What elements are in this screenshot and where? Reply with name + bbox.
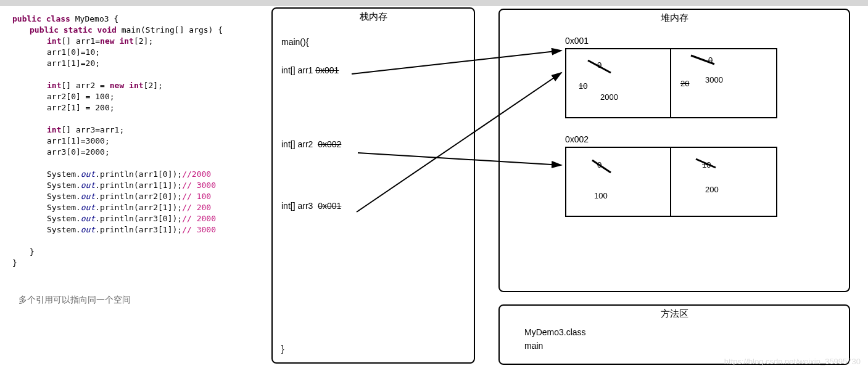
kw: int bbox=[47, 125, 61, 134]
t: } bbox=[12, 258, 223, 269]
method-area-panel: 方法区 MyDemo3.class main bbox=[498, 304, 850, 365]
heap-title: 堆内存 bbox=[500, 12, 849, 24]
kw: out bbox=[81, 192, 95, 201]
t: .println(arr3[1]); bbox=[95, 225, 182, 234]
cell-val: 2000 bbox=[600, 92, 618, 102]
kw: out bbox=[81, 214, 95, 223]
t: System. bbox=[47, 203, 81, 212]
t: [] arr3=arr1; bbox=[61, 125, 124, 134]
method-main: main bbox=[524, 339, 586, 353]
t: System. bbox=[47, 181, 81, 190]
t: [2]; bbox=[134, 36, 153, 46]
t: arr1[0]=10; bbox=[12, 47, 223, 58]
t: System. bbox=[47, 225, 81, 234]
stack-var-arr1: int[] arr1 bbox=[281, 65, 313, 75]
comment: // 200 bbox=[182, 203, 211, 212]
stack-memory-panel: 栈内存 main(){ int[] arr1 0x001 int[] arr2 … bbox=[271, 7, 475, 364]
cell-val: 100 bbox=[594, 191, 608, 200]
t: MyDemo3 bbox=[75, 14, 109, 23]
heap-addr-2: 0x002 bbox=[565, 134, 589, 144]
heap-cell: 0 100 bbox=[566, 148, 671, 216]
cell-val: 200 bbox=[705, 185, 719, 194]
old-val: 10 bbox=[702, 160, 711, 169]
old-val: 0 bbox=[708, 55, 713, 65]
t: arr2[0] = 100; bbox=[12, 91, 223, 102]
t: { bbox=[109, 14, 119, 23]
t: System. bbox=[47, 214, 81, 223]
t: .println(arr1[1]); bbox=[95, 181, 182, 190]
t: main(String[] args) { bbox=[117, 25, 223, 35]
cell-val: 3000 bbox=[705, 75, 723, 84]
t: arr1[1]=3000; bbox=[12, 136, 223, 147]
kw: int bbox=[47, 36, 61, 46]
kw: public class bbox=[12, 14, 75, 23]
kw: new int bbox=[110, 81, 144, 90]
heap-array-1: 0 10 2000 0 20 3000 bbox=[565, 48, 777, 118]
heap-addr-1: 0x001 bbox=[565, 36, 589, 46]
t: arr3[0]=2000; bbox=[12, 147, 223, 158]
t: [] arr1= bbox=[61, 36, 100, 46]
kw: int bbox=[47, 81, 61, 90]
watermark: https://blog.csdn.net/weixin_35995730 bbox=[724, 357, 861, 366]
t: arr2[1] = 200; bbox=[12, 102, 223, 113]
heap-cell: 10 200 bbox=[671, 148, 776, 216]
t: [2]; bbox=[144, 81, 163, 90]
heap-memory-panel: 堆内存 0x001 0 10 2000 0 20 3000 0x002 0 10… bbox=[498, 9, 850, 292]
t: .println(arr3[0]); bbox=[95, 214, 182, 223]
old-val: 20 bbox=[680, 79, 689, 88]
t: .println(arr1[0]); bbox=[95, 169, 182, 179]
kw: new int bbox=[100, 36, 134, 46]
comment: // 3000 bbox=[182, 225, 216, 234]
t: .println(arr2[0]); bbox=[95, 192, 182, 201]
t: System. bbox=[47, 169, 81, 179]
stack-addr-arr3: 0x001 bbox=[318, 200, 341, 212]
method-class: MyDemo3.class bbox=[524, 325, 586, 339]
kw: out bbox=[81, 225, 95, 234]
kw: out bbox=[81, 169, 95, 179]
stack-var-arr2: int[] arr2 bbox=[281, 139, 313, 149]
old-val: 0 bbox=[597, 160, 601, 169]
stack-addr-arr2: 0x002 bbox=[318, 138, 341, 150]
kw: out bbox=[81, 203, 95, 212]
comment: // 2000 bbox=[182, 214, 216, 223]
comment: // 3000 bbox=[182, 181, 216, 190]
java-source-code: public class MyDemo3 { public static voi… bbox=[12, 14, 223, 269]
method-title: 方法区 bbox=[500, 308, 849, 320]
stack-close-brace: } bbox=[281, 344, 284, 354]
t: arr1[1]=20; bbox=[12, 58, 223, 69]
heap-array-2: 0 100 10 200 bbox=[565, 147, 777, 217]
t: [] arr2 = bbox=[61, 81, 109, 90]
t: } bbox=[12, 247, 223, 258]
kw: out bbox=[81, 181, 95, 190]
stack-main: main(){ bbox=[281, 36, 341, 48]
t: System. bbox=[47, 192, 81, 201]
stack-title: 栈内存 bbox=[273, 11, 474, 23]
explain-note: 多个引用可以指向同一个空间 bbox=[19, 295, 131, 306]
old-val: 10 bbox=[579, 81, 587, 91]
stack-var-arr3: int[] arr3 bbox=[281, 201, 313, 211]
stack-addr-arr1: 0x001 bbox=[315, 64, 339, 76]
t: .println(arr2[1]); bbox=[95, 203, 182, 212]
old-val: 0 bbox=[597, 60, 601, 70]
kw: public static void bbox=[30, 25, 117, 35]
comment: //2000 bbox=[182, 169, 211, 179]
heap-cell: 0 10 2000 bbox=[566, 49, 671, 117]
heap-cell: 0 20 3000 bbox=[671, 49, 776, 117]
comment: // 100 bbox=[182, 192, 211, 201]
